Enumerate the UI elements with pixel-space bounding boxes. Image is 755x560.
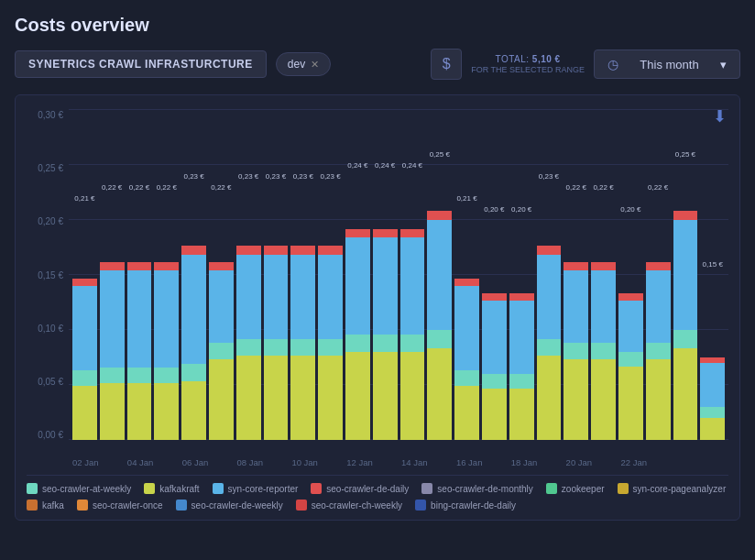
bar-group[interactable]: 0,23 €: [290, 110, 315, 440]
legend-color-swatch: [296, 500, 307, 511]
env-label: dev: [288, 58, 305, 71]
bar-group[interactable]: 0,25 €: [427, 110, 452, 440]
legend-color-swatch: [421, 483, 432, 494]
legend-item: kafka: [27, 500, 64, 511]
legend-color-swatch: [213, 483, 224, 494]
legend-label: kafkakraft: [159, 484, 199, 494]
bar-segment: [236, 246, 261, 254]
bar-segment: [264, 246, 289, 254]
legend-label: seo-crawler-de-weekly: [191, 500, 283, 511]
date-range-label: This month: [640, 58, 698, 71]
bar-group[interactable]: 0,15 €: [700, 110, 725, 440]
bar-segment: [154, 383, 179, 440]
dollar-icon[interactable]: $: [431, 49, 462, 80]
legend-color-swatch: [415, 500, 426, 511]
bar-group[interactable]: 0,24 €: [400, 110, 425, 440]
bar-value-label: 0,22 €: [648, 183, 668, 192]
bar-segment: [427, 330, 452, 348]
legend-label: seo-crawler-de-daily: [326, 484, 409, 494]
bar-segment: [673, 348, 698, 440]
y-axis-label: 0,30 €: [27, 110, 69, 120]
page-title: Costs overview: [15, 15, 740, 36]
legend-label: seo-crawler-de-monthly: [437, 484, 532, 494]
env-badge[interactable]: dev ✕: [276, 52, 331, 76]
bar-segment: [700, 363, 725, 407]
bar-stack: 0,25 €: [673, 165, 698, 440]
bar-segment: [646, 359, 671, 440]
bar-segment: [209, 343, 234, 359]
bar-segment: [290, 255, 315, 339]
legend-item: seo-crawler-at-weekly: [27, 483, 131, 494]
bar-group[interactable]: 0,25 €: [673, 110, 698, 440]
bar-segment: [127, 383, 152, 440]
legend-color-swatch: [311, 483, 322, 494]
y-axis-label: 0,15 €: [27, 270, 69, 280]
bar-segment: [318, 339, 343, 356]
bar-stack: 0,23 €: [290, 187, 315, 440]
bar-segment: [482, 389, 507, 440]
legend-item: seo-crawler-once: [77, 500, 163, 511]
bar-value-label: 0,23 €: [320, 172, 340, 181]
bar-group[interactable]: 0,22 €: [591, 110, 616, 440]
bar-group[interactable]: 0,23 €: [264, 110, 289, 440]
bar-segment: [591, 270, 616, 343]
bar-group[interactable]: 0,22 €: [100, 110, 125, 440]
bar-segment: [100, 383, 125, 440]
bar-segment: [537, 356, 562, 440]
bar-segment: [537, 255, 562, 339]
legend-label: seo-crawler-ch-weekly: [312, 500, 402, 511]
bar-segment: [591, 359, 616, 440]
legend-label: seo-crawler-at-weekly: [42, 484, 131, 494]
bar-group[interactable]: 0,22 €: [209, 110, 234, 440]
bar-stack: 0,25 €: [427, 165, 452, 440]
legend-color-swatch: [144, 483, 155, 494]
legend-color-swatch: [618, 483, 629, 494]
bar-group[interactable]: 0,23 €: [537, 110, 562, 440]
bar-stack: 0,20 €: [509, 220, 534, 440]
bar-group[interactable]: 0,20 €: [509, 110, 534, 440]
bar-value-label: 0,20 €: [620, 205, 640, 214]
bar-segment: [181, 381, 206, 440]
date-range-button[interactable]: ◷ This month ▾: [594, 49, 740, 79]
bar-group[interactable]: 0,22 €: [564, 110, 588, 440]
bar-segment: [72, 286, 97, 370]
legend-color-swatch: [546, 483, 557, 494]
bar-group[interactable]: 0,24 €: [373, 110, 398, 440]
calendar-icon: ◷: [607, 57, 618, 71]
bar-segment: [127, 270, 152, 368]
bar-segment: [100, 368, 125, 384]
bar-segment: [427, 211, 452, 220]
bar-group[interactable]: 0,23 €: [236, 110, 261, 440]
bar-group[interactable]: 0,22 €: [646, 110, 671, 440]
bar-segment: [154, 368, 179, 384]
bar-group[interactable]: 0,21 €: [454, 110, 479, 440]
bar-group[interactable]: 0,22 €: [127, 110, 152, 440]
bar-value-label: 0,22 €: [102, 183, 122, 192]
bar-group[interactable]: 0,20 €: [482, 110, 507, 440]
bar-segment: [673, 211, 698, 220]
bar-segment: [236, 356, 261, 440]
bar-group[interactable]: 0,22 €: [154, 110, 179, 440]
legend-label: kafka: [42, 500, 64, 511]
legend-label: syn-core-reporter: [228, 484, 299, 494]
bar-group[interactable]: 0,21 €: [72, 110, 97, 440]
bar-group[interactable]: 0,24 €: [345, 110, 370, 440]
total-label: TOTAL: 5,10 €: [471, 53, 585, 65]
bar-stack: 0,24 €: [373, 176, 398, 440]
bar-stack: 0,22 €: [127, 198, 152, 440]
y-axis-label: 0,00 €: [27, 430, 69, 440]
bar-stack: 0,20 €: [618, 220, 643, 440]
bar-stack: 0,24 €: [400, 176, 425, 440]
legend-color-swatch: [176, 500, 187, 511]
infra-badge[interactable]: SYNETRICS CRAWL INFRASTURCTURE: [15, 50, 267, 78]
bar-segment: [618, 367, 643, 440]
bar-group[interactable]: 0,20 €: [618, 110, 643, 440]
bar-group[interactable]: 0,23 €: [181, 110, 206, 440]
bar-group[interactable]: 0,23 €: [318, 110, 343, 440]
bar-segment: [290, 356, 315, 440]
bar-stack: 0,23 €: [181, 187, 206, 440]
legend-color-swatch: [77, 500, 88, 511]
bar-value-label: 0,20 €: [484, 205, 504, 214]
close-icon[interactable]: ✕: [311, 59, 319, 71]
bar-segment: [318, 255, 343, 339]
